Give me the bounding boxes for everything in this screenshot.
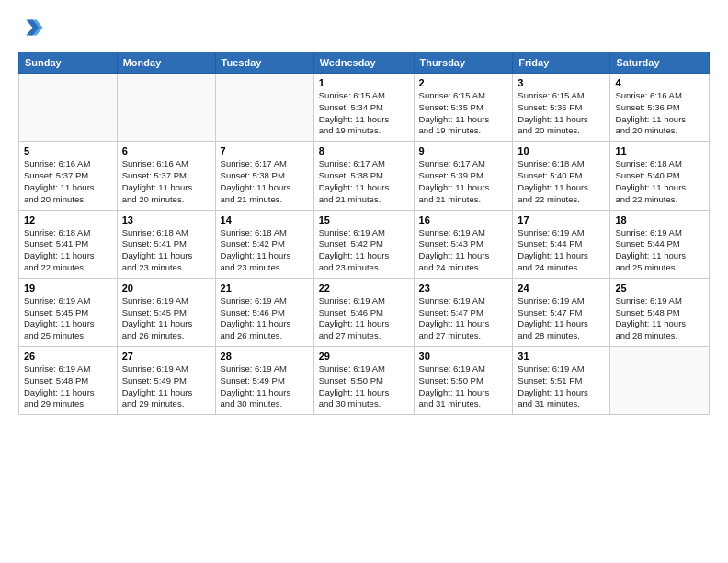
page: SundayMondayTuesdayWednesdayThursdayFrid… [0, 0, 728, 563]
header [18, 15, 710, 40]
day-number: 25 [615, 282, 704, 293]
cell-info: Sunrise: 6:19 AMSunset: 5:46 PMDaylight:… [319, 295, 409, 342]
week-row-1: 1Sunrise: 6:15 AMSunset: 5:34 PMDaylight… [19, 74, 710, 142]
day-number: 17 [518, 214, 605, 225]
calendar-cell-25: 23Sunrise: 6:19 AMSunset: 5:47 PMDayligh… [414, 278, 513, 346]
cell-info: Sunrise: 6:19 AMSunset: 5:50 PMDaylight:… [319, 363, 409, 410]
day-number: 16 [419, 214, 508, 225]
calendar-cell-30: 28Sunrise: 6:19 AMSunset: 5:49 PMDayligh… [215, 347, 313, 415]
day-number: 22 [319, 282, 409, 293]
week-row-4: 19Sunrise: 6:19 AMSunset: 5:45 PMDayligh… [19, 278, 710, 346]
cell-info: Sunrise: 6:15 AMSunset: 5:35 PMDaylight:… [419, 90, 508, 137]
calendar-cell-7: 5Sunrise: 6:16 AMSunset: 5:37 PMDaylight… [19, 142, 118, 210]
day-number: 18 [615, 214, 704, 225]
calendar-cell-12: 10Sunrise: 6:18 AMSunset: 5:40 PMDayligh… [513, 142, 610, 210]
day-number: 5 [24, 145, 112, 156]
cell-info: Sunrise: 6:18 AMSunset: 5:41 PMDaylight:… [24, 227, 112, 274]
day-number: 24 [518, 282, 605, 293]
day-number: 10 [518, 145, 605, 156]
calendar-cell-14: 12Sunrise: 6:18 AMSunset: 5:41 PMDayligh… [19, 210, 118, 278]
day-number: 6 [122, 145, 210, 156]
calendar-cell-10: 8Sunrise: 6:17 AMSunset: 5:38 PMDaylight… [313, 142, 414, 210]
calendar-cell-0 [19, 74, 118, 142]
day-number: 4 [615, 77, 704, 88]
cell-info: Sunrise: 6:19 AMSunset: 5:50 PMDaylight:… [419, 363, 508, 410]
cell-info: Sunrise: 6:16 AMSunset: 5:37 PMDaylight:… [122, 158, 210, 205]
day-number: 27 [122, 350, 210, 362]
day-number: 21 [221, 282, 309, 293]
weekday-header-monday: Monday [117, 52, 215, 74]
cell-info: Sunrise: 6:19 AMSunset: 5:47 PMDaylight:… [419, 295, 508, 342]
weekday-header-thursday: Thursday [414, 52, 513, 74]
cell-info: Sunrise: 6:19 AMSunset: 5:49 PMDaylight:… [122, 363, 210, 410]
cell-info: Sunrise: 6:19 AMSunset: 5:49 PMDaylight:… [221, 363, 309, 410]
day-number: 9 [419, 145, 508, 156]
week-row-3: 12Sunrise: 6:18 AMSunset: 5:41 PMDayligh… [19, 210, 710, 278]
day-number: 31 [518, 350, 605, 362]
calendar-cell-6: 4Sunrise: 6:16 AMSunset: 5:36 PMDaylight… [610, 74, 710, 142]
day-number: 13 [122, 214, 210, 225]
logo-icon [18, 15, 44, 40]
cell-info: Sunrise: 6:17 AMSunset: 5:39 PMDaylight:… [419, 158, 508, 205]
cell-info: Sunrise: 6:19 AMSunset: 5:44 PMDaylight:… [615, 227, 704, 274]
calendar-cell-9: 7Sunrise: 6:17 AMSunset: 5:38 PMDaylight… [215, 142, 313, 210]
cell-info: Sunrise: 6:18 AMSunset: 5:40 PMDaylight:… [615, 158, 704, 205]
cell-info: Sunrise: 6:18 AMSunset: 5:41 PMDaylight:… [122, 227, 210, 274]
weekday-header-wednesday: Wednesday [313, 52, 414, 74]
calendar-cell-31: 29Sunrise: 6:19 AMSunset: 5:50 PMDayligh… [313, 347, 414, 415]
weekday-header-row: SundayMondayTuesdayWednesdayThursdayFrid… [19, 52, 710, 74]
calendar-cell-2 [215, 74, 313, 142]
calendar-cell-29: 27Sunrise: 6:19 AMSunset: 5:49 PMDayligh… [117, 347, 215, 415]
calendar-cell-17: 15Sunrise: 6:19 AMSunset: 5:42 PMDayligh… [313, 210, 414, 278]
day-number: 15 [319, 214, 409, 225]
calendar-cell-11: 9Sunrise: 6:17 AMSunset: 5:39 PMDaylight… [414, 142, 513, 210]
calendar-cell-16: 14Sunrise: 6:18 AMSunset: 5:42 PMDayligh… [215, 210, 313, 278]
calendar-cell-28: 26Sunrise: 6:19 AMSunset: 5:48 PMDayligh… [19, 347, 118, 415]
calendar-cell-4: 2Sunrise: 6:15 AMSunset: 5:35 PMDaylight… [414, 74, 513, 142]
cell-info: Sunrise: 6:19 AMSunset: 5:47 PMDaylight:… [518, 295, 605, 342]
week-row-2: 5Sunrise: 6:16 AMSunset: 5:37 PMDaylight… [19, 142, 710, 210]
cell-info: Sunrise: 6:18 AMSunset: 5:40 PMDaylight:… [518, 158, 605, 205]
day-number: 29 [319, 350, 409, 362]
cell-info: Sunrise: 6:15 AMSunset: 5:36 PMDaylight:… [518, 90, 605, 137]
calendar-cell-21: 19Sunrise: 6:19 AMSunset: 5:45 PMDayligh… [19, 278, 118, 346]
calendar-table: SundayMondayTuesdayWednesdayThursdayFrid… [18, 52, 710, 415]
calendar-cell-13: 11Sunrise: 6:18 AMSunset: 5:40 PMDayligh… [610, 142, 710, 210]
calendar-cell-19: 17Sunrise: 6:19 AMSunset: 5:44 PMDayligh… [513, 210, 610, 278]
day-number: 14 [221, 214, 309, 225]
calendar-cell-33: 31Sunrise: 6:19 AMSunset: 5:51 PMDayligh… [513, 347, 610, 415]
cell-info: Sunrise: 6:15 AMSunset: 5:34 PMDaylight:… [319, 90, 409, 137]
cell-info: Sunrise: 6:19 AMSunset: 5:45 PMDaylight:… [122, 295, 210, 342]
logo [18, 15, 48, 40]
cell-info: Sunrise: 6:19 AMSunset: 5:46 PMDaylight:… [221, 295, 309, 342]
calendar-cell-32: 30Sunrise: 6:19 AMSunset: 5:50 PMDayligh… [414, 347, 513, 415]
cell-info: Sunrise: 6:19 AMSunset: 5:48 PMDaylight:… [24, 363, 112, 410]
cell-info: Sunrise: 6:19 AMSunset: 5:51 PMDaylight:… [518, 363, 605, 410]
calendar-cell-18: 16Sunrise: 6:19 AMSunset: 5:43 PMDayligh… [414, 210, 513, 278]
calendar-cell-23: 21Sunrise: 6:19 AMSunset: 5:46 PMDayligh… [215, 278, 313, 346]
weekday-header-saturday: Saturday [610, 52, 710, 74]
calendar-cell-8: 6Sunrise: 6:16 AMSunset: 5:37 PMDaylight… [117, 142, 215, 210]
calendar-cell-15: 13Sunrise: 6:18 AMSunset: 5:41 PMDayligh… [117, 210, 215, 278]
calendar-cell-3: 1Sunrise: 6:15 AMSunset: 5:34 PMDaylight… [313, 74, 414, 142]
calendar-cell-22: 20Sunrise: 6:19 AMSunset: 5:45 PMDayligh… [117, 278, 215, 346]
day-number: 8 [319, 145, 409, 156]
cell-info: Sunrise: 6:16 AMSunset: 5:37 PMDaylight:… [24, 158, 112, 205]
cell-info: Sunrise: 6:19 AMSunset: 5:42 PMDaylight:… [319, 227, 409, 274]
day-number: 23 [419, 282, 508, 293]
weekday-header-sunday: Sunday [19, 52, 118, 74]
cell-info: Sunrise: 6:19 AMSunset: 5:43 PMDaylight:… [419, 227, 508, 274]
cell-info: Sunrise: 6:19 AMSunset: 5:48 PMDaylight:… [615, 295, 704, 342]
weekday-header-tuesday: Tuesday [215, 52, 313, 74]
week-row-5: 26Sunrise: 6:19 AMSunset: 5:48 PMDayligh… [19, 347, 710, 415]
cell-info: Sunrise: 6:18 AMSunset: 5:42 PMDaylight:… [221, 227, 309, 274]
calendar-cell-24: 22Sunrise: 6:19 AMSunset: 5:46 PMDayligh… [313, 278, 414, 346]
cell-info: Sunrise: 6:17 AMSunset: 5:38 PMDaylight:… [221, 158, 309, 205]
weekday-header-friday: Friday [513, 52, 610, 74]
calendar-cell-26: 24Sunrise: 6:19 AMSunset: 5:47 PMDayligh… [513, 278, 610, 346]
calendar-cell-20: 18Sunrise: 6:19 AMSunset: 5:44 PMDayligh… [610, 210, 710, 278]
cell-info: Sunrise: 6:19 AMSunset: 5:44 PMDaylight:… [518, 227, 605, 274]
day-number: 7 [221, 145, 309, 156]
cell-info: Sunrise: 6:17 AMSunset: 5:38 PMDaylight:… [319, 158, 409, 205]
calendar-cell-27: 25Sunrise: 6:19 AMSunset: 5:48 PMDayligh… [610, 278, 710, 346]
